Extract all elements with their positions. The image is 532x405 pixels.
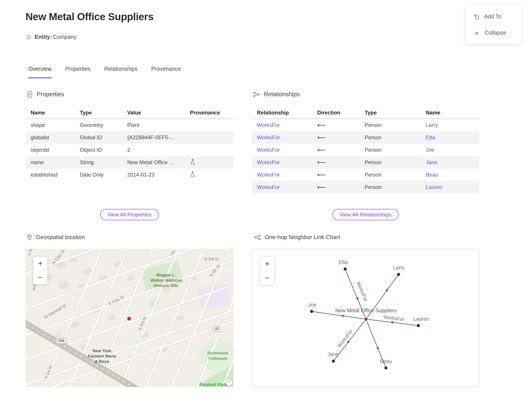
one-hop-link-chart[interactable]: WorksForWorksForWorksForEttaLarryJoeLaur… <box>252 249 479 387</box>
entity-link[interactable]: Beau <box>426 172 479 178</box>
collapse-label: Collapse <box>485 29 506 36</box>
table-row: WorksFor ⟵ Person Etta <box>252 131 479 144</box>
graph-node-label: Joe <box>308 302 316 308</box>
graph-node-label: Lauren <box>413 316 429 322</box>
tab-properties[interactable]: Properties <box>65 66 91 78</box>
tab-relationships[interactable]: Relationships <box>104 66 138 78</box>
relationship-link[interactable]: WorksFor <box>257 159 317 165</box>
zoom-in-button[interactable]: + <box>260 257 274 271</box>
entity-type-value: Company <box>53 34 76 40</box>
graph-node-label: Jane <box>327 351 339 357</box>
graph-node[interactable] <box>344 268 347 270</box>
properties-table-header: Name Type Value Provenance <box>26 107 233 119</box>
relationship-link[interactable]: WorksFor <box>257 184 317 190</box>
collapse-icon: » <box>473 30 480 35</box>
table-row: name String New Metal Office ... <box>26 156 233 169</box>
tab-bar: Overview Properties Relationships Proven… <box>28 66 181 78</box>
entity-link[interactable]: Larry <box>426 122 479 128</box>
zoom-out-button[interactable]: − <box>260 271 274 285</box>
provenance-icon[interactable] <box>190 171 195 177</box>
link-chart-icon <box>254 234 261 240</box>
entity-type-icon <box>27 35 31 39</box>
entity-subtitle: Entity:Company <box>27 34 76 40</box>
entity-link[interactable]: Lauren <box>426 184 479 190</box>
tab-overview[interactable]: Overview <box>28 66 52 78</box>
col-value: Value <box>127 110 190 116</box>
direction-arrow: ⟵ <box>317 134 365 141</box>
relationship-link[interactable]: WorksFor <box>257 122 317 128</box>
relationships-section-title: Relationships <box>264 91 300 98</box>
properties-icon <box>27 91 33 98</box>
col-type: Type <box>365 110 426 116</box>
geospatial-section-header: Geospatial location <box>27 234 85 241</box>
zoom-out-button[interactable]: − <box>33 270 47 284</box>
table-row: globalid Global ID {A228944F-0EF5-... <box>26 131 233 144</box>
zoom-in-button[interactable]: + <box>33 256 47 270</box>
graph-edge-arrow <box>376 345 379 349</box>
col-provenance: Provenance <box>190 110 233 116</box>
table-row: WorksFor ⟵ Person Larry <box>252 119 479 131</box>
direction-arrow: ⟵ <box>317 146 365 154</box>
properties-section-title: Properties <box>37 91 64 98</box>
relationships-icon <box>253 92 260 97</box>
graph-node-label: Beau <box>380 358 392 364</box>
relationship-link[interactable]: WorksFor <box>257 147 317 153</box>
graph-node[interactable] <box>332 359 335 363</box>
relationships-table: Relationship Direction Type Name WorksFo… <box>252 107 479 193</box>
col-name: Name <box>426 110 479 116</box>
map-expand-icon[interactable]: ⌃ <box>226 379 232 386</box>
col-name: Name <box>31 110 80 116</box>
properties-section-header: Properties <box>27 91 64 98</box>
graph-node[interactable] <box>417 324 420 327</box>
relationships-table-header: Relationship Direction Type Name <box>252 107 479 119</box>
graph-node[interactable] <box>310 310 313 313</box>
map-zoom-control: + − <box>33 256 47 284</box>
add-to-label: Add To <box>484 13 501 20</box>
entity-link[interactable]: Jane <box>426 159 479 165</box>
col-relationship: Relationship <box>257 110 317 116</box>
entity-detail-page: New Metal Office Suppliers Entity:Compan… <box>0 0 532 405</box>
graph-node-label: Etta <box>339 259 348 265</box>
direction-arrow: ⟵ <box>317 184 365 191</box>
collapse-button[interactable]: » Collapse <box>466 25 521 41</box>
graph-edge-arrow <box>390 321 393 324</box>
table-row: objectid Object ID 2 <box>26 144 233 156</box>
relationships-section-header: Relationships <box>253 91 300 98</box>
graph-center-node[interactable] <box>364 318 368 321</box>
relationship-link[interactable]: WorksFor <box>257 172 317 178</box>
link-chart-section-header: One-hop Neighbor Link Chart <box>254 234 340 241</box>
table-row: WorksFor ⟵ Person Lauren <box>252 181 479 193</box>
entity-link[interactable]: Joe <box>426 147 479 153</box>
table-row: WorksFor ⟵ Person Jane <box>252 156 479 169</box>
table-row: established Date Only 2014-01-23 <box>26 169 233 181</box>
map-marker[interactable] <box>127 317 131 320</box>
graph-edge-arrow <box>356 297 359 301</box>
col-direction: Direction <box>317 110 365 116</box>
entity-label: Entity:Company <box>35 34 76 40</box>
add-to-button[interactable]: Add To <box>466 8 521 25</box>
properties-table: Name Type Value Provenance shape Geometr… <box>26 107 233 181</box>
action-menu: Add To » Collapse <box>466 5 521 44</box>
table-row: WorksFor ⟵ Person Joe <box>252 144 479 156</box>
provenance-icon[interactable] <box>190 159 195 165</box>
tab-provenance[interactable]: Provenance <box>151 66 181 78</box>
table-row: WorksFor ⟵ Person Beau <box>252 169 479 181</box>
link-chart-section-title: One-hop Neighbor Link Chart <box>265 234 340 241</box>
geospatial-map[interactable]: k Ro Sa... W Clay St arshall St W Marsha… <box>26 249 233 387</box>
graph-node[interactable] <box>397 273 400 276</box>
map-pin-icon <box>27 234 32 240</box>
view-all-relationships-button[interactable]: View All Relationships <box>332 209 399 220</box>
add-to-icon <box>473 14 479 20</box>
direction-arrow: ⟵ <box>317 171 365 178</box>
relationship-link[interactable]: WorksFor <box>257 135 317 141</box>
col-type: Type <box>80 110 127 116</box>
graph-node[interactable] <box>384 366 387 370</box>
graph-node-label: Larry <box>393 265 405 270</box>
graph-edge-label: WorksFor <box>383 314 405 322</box>
link-graph-canvas: WorksForWorksForWorksForEttaLarryJoeLaur… <box>252 249 479 387</box>
chart-zoom-control: + − <box>260 257 274 285</box>
direction-arrow: ⟵ <box>317 159 365 166</box>
page-title: New Metal Office Suppliers <box>26 11 153 23</box>
view-all-properties-button[interactable]: View All Properties <box>100 209 159 220</box>
entity-link[interactable]: Etta <box>426 135 479 141</box>
